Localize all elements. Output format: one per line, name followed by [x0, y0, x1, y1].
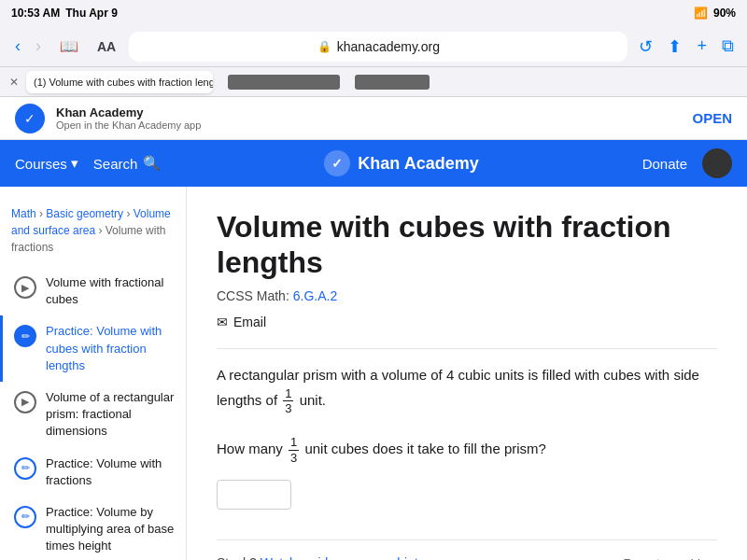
ka-logo-name: Khan Academy — [358, 154, 478, 174]
ka-shield-icon: ✓ — [15, 104, 45, 133]
pencil-outline-icon: ✏ — [14, 457, 36, 480]
browser-navigation: ‹ › — [9, 33, 47, 60]
fraction-2: 1 3 — [289, 435, 299, 465]
fraction-denominator-1: 3 — [283, 401, 293, 416]
question-text-part1: How many — [217, 441, 283, 456]
sidebar-item-practice-fraction-lengths[interactable]: ✏ Practice: Volume with cubes with fract… — [0, 315, 186, 382]
battery-display: 90% — [713, 7, 736, 20]
question-text: How many 1 3 unit cubes does it take to … — [217, 435, 717, 465]
problem-text: A rectangular prism with a volume of 4 c… — [217, 364, 717, 416]
play-icon-2: ▶ — [14, 391, 36, 413]
browser-bar: ‹ › 📖 AA 🔒 khanacademy.org ↺ ⬆ + ⧉ — [0, 26, 747, 67]
breadcrumb: Math › Basic geometry › Volume and surfa… — [0, 198, 186, 267]
sidebar-item-volume-fractional-cubes[interactable]: ▶ Volume with fractional cubes — [0, 267, 186, 315]
back-button[interactable]: ‹ — [9, 33, 26, 60]
courses-menu-button[interactable]: Courses ▾ — [15, 155, 78, 172]
main-content: Volume with cubes with fraction lengths … — [187, 187, 747, 560]
breadcrumb-math[interactable]: Math — [11, 207, 36, 220]
reload-button[interactable]: ↺ — [635, 33, 656, 61]
page-title: Volume with cubes with fraction lengths — [217, 209, 717, 281]
redacted-tab-1 — [228, 75, 340, 90]
ccss-prefix: CCSS Math: — [217, 288, 289, 303]
stuck-area: Stuck? Watch a video or use a hint. Repo… — [217, 539, 717, 560]
text-size-button[interactable]: AA — [92, 35, 121, 58]
hint-link[interactable]: Watch a video or use a hint. — [261, 555, 422, 560]
ka-app-banner: ✓ Khan Academy Open in the Khan Academy … — [0, 97, 747, 140]
sidebar-item-practice-volume-base-area[interactable]: ✏ Practice: Volume by multiplying area o… — [0, 497, 186, 560]
browser-actions: ↺ ⬆ + ⧉ — [635, 33, 738, 61]
divider-1 — [217, 348, 717, 349]
email-icon: ✉ — [217, 315, 228, 329]
active-tab[interactable]: (1) Volume with cubes with fraction leng… — [26, 71, 213, 93]
ccss-code-link[interactable]: 6.G.A.2 — [293, 288, 337, 303]
ka-org-name: Khan Academy — [56, 105, 681, 119]
sidebar-item-practice-volume-fractions[interactable]: ✏ Practice: Volume with fractions — [0, 448, 186, 497]
play-icon: ▶ — [14, 276, 36, 299]
breadcrumb-sep3: › — [95, 224, 106, 237]
tabs-button[interactable]: ⧉ — [718, 33, 738, 61]
search-area[interactable]: Search 🔍 — [93, 155, 162, 172]
user-avatar[interactable] — [702, 148, 732, 178]
tab-bar: ✕ (1) Volume with cubes with fraction le… — [0, 67, 747, 97]
search-icon: 🔍 — [143, 155, 161, 172]
sidebar-item-volume-rectangular-prism[interactable]: ▶ Volume of a rectangular prism: fractio… — [0, 382, 186, 448]
breadcrumb-basic-geometry[interactable]: Basic geometry — [46, 207, 123, 220]
sidebar: Math › Basic geometry › Volume and surfa… — [0, 187, 187, 560]
sidebar-item-label: Practice: Volume with fractions — [46, 455, 175, 489]
tab-label: (1) Volume with cubes with fraction leng… — [34, 77, 213, 88]
ccss-line: CCSS Math: 6.G.A.2 — [217, 288, 717, 303]
donate-button[interactable]: Donate — [642, 156, 687, 172]
sidebar-item-label: Volume with fractional cubes — [46, 274, 175, 308]
pencil-outline-icon-2: ✏ — [14, 506, 36, 528]
report-problem-link[interactable]: Report a problem — [624, 556, 717, 560]
status-right: 📶 90% — [694, 7, 736, 20]
ka-logo-shield-icon: ✓ — [324, 150, 350, 176]
open-app-button[interactable]: OPEN — [692, 110, 732, 126]
ka-banner-text: Khan Academy Open in the Khan Academy ap… — [56, 105, 681, 131]
answer-input[interactable] — [217, 480, 291, 510]
sidebar-item-label: Practice: Volume by multiplying area of … — [46, 504, 175, 555]
share-button[interactable]: ⬆ — [664, 33, 685, 61]
bookmarks-icon[interactable]: 📖 — [54, 34, 84, 59]
email-line: ✉ Email — [217, 315, 717, 329]
url-display: khanacademy.org — [337, 39, 440, 54]
problem-text-part2: unit. — [300, 392, 326, 408]
ka-logo: ✓ Khan Academy — [176, 150, 627, 176]
fraction-1: 1 3 — [283, 386, 293, 416]
tab-close-button[interactable]: ✕ — [9, 76, 19, 89]
time-display: 10:53 AM — [11, 7, 60, 20]
fraction-numerator-2: 1 — [289, 435, 299, 451]
wifi-icon: 📶 — [694, 7, 708, 20]
search-label: Search — [93, 156, 138, 172]
ka-navigation: Courses ▾ Search 🔍 ✓ Khan Academy Donate — [0, 140, 747, 187]
fraction-numerator-1: 1 — [283, 386, 293, 402]
status-left: 10:53 AM Thu Apr 9 — [11, 7, 118, 20]
question-text-part2: unit cubes does it take to fill the pris… — [304, 441, 545, 456]
main-layout: Math › Basic geometry › Volume and surfa… — [0, 187, 747, 560]
email-label: Email — [233, 315, 266, 329]
courses-label: Courses — [15, 156, 67, 172]
breadcrumb-sep1: › — [36, 207, 47, 220]
status-bar: 10:53 AM Thu Apr 9 📶 90% — [0, 0, 747, 26]
sidebar-item-label: Practice: Volume with cubes with fractio… — [46, 323, 175, 374]
redacted-tab-2 — [355, 75, 430, 90]
address-bar[interactable]: 🔒 khanacademy.org — [129, 32, 627, 62]
fraction-denominator-2: 3 — [289, 451, 299, 466]
courses-chevron-icon: ▾ — [71, 155, 78, 172]
forward-button[interactable]: › — [30, 33, 47, 60]
sidebar-item-label: Volume of a rectangular prism: fractiona… — [46, 389, 175, 441]
ka-banner-subtitle: Open in the Khan Academy app — [56, 119, 681, 131]
lock-icon: 🔒 — [317, 40, 331, 53]
breadcrumb-sep2: › — [123, 207, 134, 220]
pencil-active-icon: ✏ — [14, 325, 36, 347]
stuck-section: Stuck? Watch a video or use a hint. — [217, 555, 422, 560]
stuck-label: Stuck? — [217, 555, 257, 560]
day-display: Thu Apr 9 — [65, 7, 118, 20]
add-tab-button[interactable]: + — [693, 33, 711, 61]
